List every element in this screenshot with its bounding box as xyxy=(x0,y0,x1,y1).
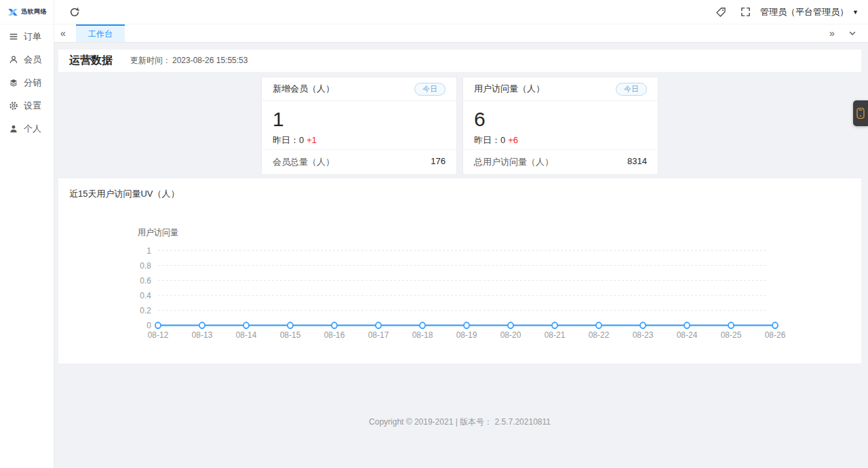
svg-text:0.4: 0.4 xyxy=(140,290,151,300)
card-value: 1 xyxy=(273,106,446,132)
today-badge: 今日 xyxy=(616,83,647,96)
service-phone-icon xyxy=(856,107,865,119)
svg-text:08-14: 08-14 xyxy=(236,330,257,340)
app-window: 迅软网络 订单 会员 xyxy=(0,0,868,468)
sidebar-item-orders[interactable]: 订单 xyxy=(0,25,54,48)
yesterday-line: 昨日：0+1 xyxy=(273,134,446,147)
card-title: 用户访问量（人） xyxy=(474,83,545,95)
svg-text:08-18: 08-18 xyxy=(412,330,433,340)
member-user-icon xyxy=(9,55,18,64)
sidebar-item-label: 设置 xyxy=(24,100,41,112)
svg-text:08-17: 08-17 xyxy=(368,330,389,340)
tag-icon[interactable] xyxy=(711,3,730,22)
stat-card-new-members: 新增会员（人） 今日 1 昨日：0+1 会员总量（人） 176 xyxy=(261,77,457,175)
footer-value: 176 xyxy=(431,156,446,168)
user-name: 管理员（平台管理员） xyxy=(760,6,848,18)
uv-line-chart: 00.20.40.60.8108-1208-1308-1408-1508-160… xyxy=(69,211,850,347)
today-badge: 今日 xyxy=(414,83,446,96)
content-area: 运营数据 更新时间：2023-08-26 15:55:53 新增会员（人） 今日… xyxy=(54,43,868,468)
profile-person-icon xyxy=(9,124,18,134)
sidebar: 迅软网络 订单 会员 xyxy=(0,0,54,468)
svg-text:0.8: 0.8 xyxy=(140,260,151,271)
copyright-footer: Copyright © 2019-2021 | 版本号： 2.5.7.20210… xyxy=(58,416,861,428)
svg-text:08-22: 08-22 xyxy=(589,330,610,340)
update-time: 更新时间：2023-08-26 15:55:53 xyxy=(130,55,248,66)
fullscreen-icon[interactable] xyxy=(736,3,755,22)
sidebar-item-distribution[interactable]: 分销 xyxy=(0,71,54,94)
svg-text:08-19: 08-19 xyxy=(456,330,477,340)
user-menu[interactable]: 管理员（平台管理员） ▼ xyxy=(760,6,859,18)
sidebar-menu: 订单 会员 分销 xyxy=(0,24,54,140)
svg-text:08-13: 08-13 xyxy=(192,330,213,340)
update-time-value: 2023-08-26 15:55:53 xyxy=(172,56,248,65)
svg-text:08-25: 08-25 xyxy=(721,330,742,340)
chevrons-right-icon[interactable]: » xyxy=(823,28,841,39)
card-footer: 会员总量（人） 176 xyxy=(262,149,456,174)
svg-text:0.6: 0.6 xyxy=(140,275,151,286)
yesterday-label: 昨日： xyxy=(273,135,299,145)
sidebar-item-label: 订单 xyxy=(24,31,41,43)
sidebar-item-profile[interactable]: 个人 xyxy=(0,117,54,140)
card-body: 1 昨日：0+1 xyxy=(262,101,456,149)
tab-label: 工作台 xyxy=(88,28,113,40)
stat-card-user-visits: 用户访问量（人） 今日 6 昨日：0+6 总用户访问量（人） 8314 xyxy=(462,77,658,175)
svg-text:08-16: 08-16 xyxy=(324,330,345,340)
svg-text:用户访问量: 用户访问量 xyxy=(138,227,178,237)
service-float-widget[interactable] xyxy=(853,100,868,126)
chevron-down-icon[interactable] xyxy=(844,29,861,37)
yesterday-label: 昨日： xyxy=(474,135,500,145)
topbar: 管理员（平台管理员） ▼ xyxy=(54,0,868,24)
card-header: 用户访问量（人） 今日 xyxy=(463,77,658,101)
refresh-icon[interactable] xyxy=(65,3,84,22)
svg-text:0.2: 0.2 xyxy=(140,305,151,315)
footer-label: 总用户访问量（人） xyxy=(474,156,553,168)
svg-text:08-12: 08-12 xyxy=(148,330,169,340)
update-time-label: 更新时间： xyxy=(130,56,171,65)
footer-value: 8314 xyxy=(627,156,647,168)
sidebar-item-label: 会员 xyxy=(24,54,41,66)
svg-text:1: 1 xyxy=(146,246,151,256)
yesterday-value: 0 xyxy=(299,135,304,145)
svg-text:08-24: 08-24 xyxy=(677,330,698,340)
chart-panel-title: 近15天用户访问量UV（人） xyxy=(69,188,850,200)
settings-gear-icon xyxy=(9,101,18,111)
yesterday-line: 昨日：0+6 xyxy=(474,134,647,147)
svg-text:08-26: 08-26 xyxy=(765,330,786,340)
yesterday-value: 0 xyxy=(500,135,505,145)
order-list-icon xyxy=(9,32,18,41)
svg-text:08-23: 08-23 xyxy=(633,330,654,340)
uv-chart-panel: 近15天用户访问量UV（人） 00.20.40.60.8108-1208-130… xyxy=(58,178,861,364)
logo-text: 迅软网络 xyxy=(21,7,47,16)
card-header: 新增会员（人） 今日 xyxy=(262,77,456,101)
section-title: 运营数据 xyxy=(69,54,113,68)
delta-value: +1 xyxy=(307,135,317,145)
sidebar-item-members[interactable]: 会员 xyxy=(0,48,54,71)
caret-down-icon: ▼ xyxy=(852,9,859,16)
main-column: 管理员（平台管理员） ▼ « 工作台 » 运营数据 xyxy=(54,0,868,468)
svg-text:08-15: 08-15 xyxy=(280,330,301,340)
app-logo[interactable]: 迅软网络 xyxy=(0,0,54,24)
tabbar-right-controls: » xyxy=(823,24,868,42)
sidebar-item-settings[interactable]: 设置 xyxy=(0,94,54,117)
card-footer: 总用户访问量（人） 8314 xyxy=(463,149,658,174)
delta-value: +6 xyxy=(508,135,518,145)
card-body: 6 昨日：0+6 xyxy=(463,101,658,149)
tabbar-spacer xyxy=(125,24,823,42)
svg-text:0: 0 xyxy=(146,321,151,331)
svg-text:08-20: 08-20 xyxy=(500,330,521,340)
stat-cards-row: 新增会员（人） 今日 1 昨日：0+1 会员总量（人） 176 xyxy=(58,77,861,175)
sidebar-item-label: 个人 xyxy=(24,123,41,135)
tabbar: « 工作台 » xyxy=(54,24,868,43)
distribution-layers-icon xyxy=(9,78,18,87)
tab-workbench[interactable]: 工作台 xyxy=(76,24,125,42)
operations-header-panel: 运营数据 更新时间：2023-08-26 15:55:53 xyxy=(58,50,861,72)
svg-text:08-21: 08-21 xyxy=(545,330,566,340)
footer-label: 会员总量（人） xyxy=(273,156,334,168)
logo-mark-icon xyxy=(7,6,19,18)
card-value: 6 xyxy=(474,106,647,132)
card-title: 新增会员（人） xyxy=(273,83,334,95)
sidebar-item-label: 分销 xyxy=(24,77,41,89)
chevrons-left-icon[interactable]: « xyxy=(54,24,72,42)
